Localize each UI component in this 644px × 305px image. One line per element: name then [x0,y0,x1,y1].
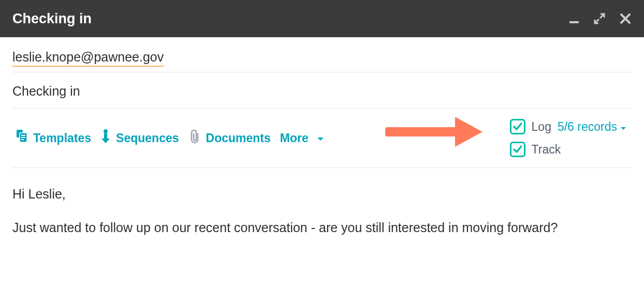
sequences-icon [100,129,111,147]
svg-rect-7 [104,133,107,139]
svg-rect-8 [385,127,458,136]
more-label: More [280,131,309,145]
attachment-icon [188,129,201,147]
window-controls [568,12,632,25]
svg-rect-5 [21,139,24,140]
documents-button[interactable]: Documents [188,129,271,147]
track-checkbox[interactable] [510,142,525,157]
subject-text: Checking in [12,84,80,98]
sequences-button[interactable]: Sequences [100,129,179,147]
sequences-label: Sequences [116,131,179,145]
log-checkbox[interactable] [510,119,525,134]
track-option: Track [510,142,626,157]
chevron-down-icon [620,120,626,134]
window-title: Checking in [12,11,92,27]
svg-rect-3 [21,135,25,136]
templates-button[interactable]: Templates [16,130,91,146]
minimize-icon[interactable] [568,13,580,24]
to-field[interactable]: leslie.knope@pawnee.gov [12,37,632,72]
svg-point-6 [104,129,108,133]
chevron-down-icon [317,131,324,145]
svg-rect-4 [21,137,25,138]
body-paragraph: Just wanted to follow up on our recent c… [12,216,632,239]
expand-icon[interactable] [593,12,606,25]
close-icon[interactable] [619,12,632,25]
body-greeting: Hi Leslie, [12,182,632,206]
track-label: Track [532,143,561,157]
svg-rect-0 [569,21,579,23]
log-option: Log 5/6 records [510,119,626,134]
subject-field[interactable]: Checking in [12,72,632,109]
annotation-arrow [385,116,484,149]
documents-label: Documents [206,131,271,145]
log-records-dropdown[interactable]: 5/6 records [558,119,626,134]
compose-toolbar: Templates Sequences Do [12,109,632,168]
templates-label: Templates [33,131,91,145]
records-count: 5/6 records [558,120,617,134]
log-label: Log [532,120,551,134]
window-header: Checking in [0,0,644,37]
templates-icon [16,130,28,146]
more-button[interactable]: More [280,131,324,145]
recipient-chip[interactable]: leslie.knope@pawnee.gov [12,50,164,67]
email-body[interactable]: Hi Leslie, Just wanted to follow up on o… [12,168,632,239]
